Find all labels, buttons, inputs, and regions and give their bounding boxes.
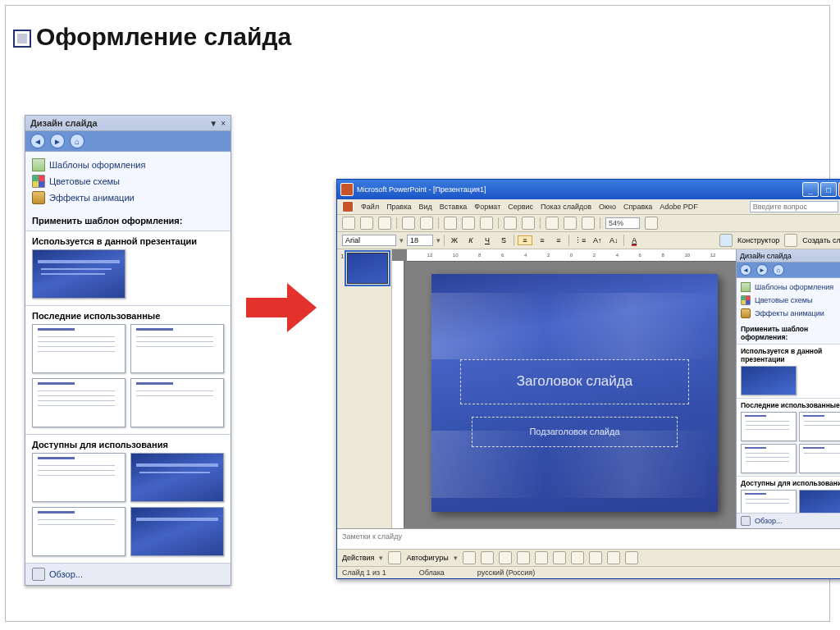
title-placeholder[interactable]: Заголовок слайда	[460, 359, 689, 404]
table-icon[interactable]	[564, 217, 577, 230]
link-templates-label: Шаблоны оформления	[49, 160, 145, 170]
open-icon[interactable]	[360, 217, 373, 230]
menu-tools[interactable]: Сервис	[508, 203, 533, 211]
tp-section-used: Используется в данной презентации	[741, 347, 840, 363]
increase-font-button[interactable]: A↑	[591, 236, 604, 244]
newslide-button[interactable]: Создать слайд	[802, 236, 840, 244]
nav-home-icon[interactable]: ⌂	[70, 134, 84, 148]
cut-icon[interactable]	[444, 217, 457, 230]
titlebar[interactable]: Microsoft PowerPoint - [Презентация1] _ …	[337, 180, 840, 199]
template-thumb[interactable]	[32, 507, 126, 556]
template-thumb[interactable]	[799, 444, 841, 473]
bullets-button[interactable]: ⋮≡	[573, 236, 587, 244]
nav-forward-icon[interactable]: ►	[50, 134, 65, 148]
shadow-button[interactable]: S	[497, 236, 510, 244]
apply-label: Применить шаблон оформления:	[25, 211, 231, 231]
tp-fwd-icon[interactable]: ►	[756, 264, 768, 276]
redo-icon[interactable]	[522, 217, 535, 230]
maximize-button[interactable]: □	[820, 182, 837, 197]
template-thumb[interactable]	[741, 444, 797, 473]
underline-button[interactable]: Ч	[481, 236, 494, 244]
link-effects[interactable]: Эффекты анимации	[32, 189, 224, 206]
template-thumb[interactable]	[130, 324, 224, 373]
arrow-icon[interactable]	[481, 551, 494, 564]
template-thumb[interactable]	[741, 366, 797, 395]
help-icon[interactable]	[645, 217, 658, 230]
linecolor-icon[interactable]	[607, 551, 620, 564]
minimize-button[interactable]: _	[802, 182, 819, 197]
save-icon[interactable]	[378, 217, 391, 230]
browse-link[interactable]: Обзор...	[25, 563, 231, 585]
menu-slideshow[interactable]: Показ слайдов	[541, 203, 591, 211]
fontsize-select[interactable]: 18	[407, 235, 433, 246]
decrease-font-button[interactable]: A↓	[607, 236, 620, 244]
notes-pane[interactable]: Заметки к слайду	[337, 528, 840, 549]
textbox-icon[interactable]	[535, 551, 548, 564]
zoom-select[interactable]: 54%	[605, 217, 640, 229]
clipart-icon[interactable]	[571, 551, 584, 564]
template-thumb[interactable]	[32, 453, 126, 502]
menu-file[interactable]: Файл	[361, 203, 379, 211]
fillcolor-icon[interactable]	[589, 551, 602, 564]
template-thumb[interactable]	[130, 453, 224, 502]
chart-icon[interactable]	[546, 217, 559, 230]
taskpane-close-icon[interactable]: ×	[221, 119, 226, 128]
menu-edit[interactable]: Правка	[386, 203, 411, 211]
tp-back-icon[interactable]: ◄	[740, 264, 751, 276]
align-center-button[interactable]: ≡	[536, 236, 549, 244]
template-thumb[interactable]	[32, 378, 126, 427]
align-left-button[interactable]: ≡	[518, 235, 532, 245]
browse-label: Обзор...	[49, 569, 83, 579]
menu-view[interactable]: Вид	[419, 203, 432, 211]
oval-icon[interactable]	[517, 551, 530, 564]
link-templates[interactable]: Шаблоны оформления	[32, 157, 224, 173]
menu-help[interactable]: Справка	[623, 203, 652, 211]
print-icon[interactable]	[402, 217, 415, 230]
template-thumb[interactable]	[32, 324, 126, 373]
actions-menu[interactable]: Действия	[342, 554, 374, 562]
designer-button[interactable]: Конструктор	[737, 236, 779, 244]
slide-number: 1	[340, 253, 344, 287]
hyperlink-icon[interactable]	[582, 217, 595, 230]
tp-link-templates[interactable]: Шаблоны оформления	[741, 281, 840, 294]
copy-icon[interactable]	[462, 217, 475, 230]
undo-icon[interactable]	[504, 217, 517, 230]
bold-button[interactable]: Ж	[448, 236, 461, 244]
template-thumb[interactable]	[799, 490, 841, 513]
template-thumb[interactable]	[741, 412, 797, 441]
menu-format[interactable]: Формат	[474, 203, 500, 211]
slide-canvas[interactable]: Заголовок слайда Подзаголовок слайда	[431, 274, 718, 512]
slide-thumbnail[interactable]	[347, 253, 388, 284]
line-icon[interactable]	[463, 551, 476, 564]
menu-insert[interactable]: Вставка	[440, 203, 467, 211]
taskpane-dropdown-icon[interactable]: ▼	[209, 119, 217, 128]
link-colors[interactable]: Цветовые схемы	[32, 173, 224, 189]
italic-button[interactable]: К	[464, 236, 477, 244]
preview-icon[interactable]	[420, 217, 433, 230]
wordart-icon[interactable]	[553, 551, 566, 564]
tp-home-icon[interactable]: ⌂	[773, 264, 784, 276]
template-thumb[interactable]	[799, 412, 841, 441]
menu-adobepdf[interactable]: Adobe PDF	[660, 203, 698, 211]
subtitle-placeholder[interactable]: Подзаголовок слайда	[472, 417, 678, 447]
templates-icon	[32, 158, 45, 171]
tp-link-effects[interactable]: Эффекты анимации	[741, 307, 840, 320]
new-icon[interactable]	[342, 217, 355, 230]
template-thumb[interactable]	[130, 378, 224, 427]
tp-browse-link[interactable]: Обзор...	[737, 513, 840, 528]
rect-icon[interactable]	[499, 551, 512, 564]
template-thumb[interactable]	[32, 249, 126, 299]
fontcolor-icon[interactable]	[625, 551, 638, 564]
fontcolor-button[interactable]: A	[628, 236, 641, 244]
menu-window[interactable]: Окно	[599, 203, 616, 211]
paste-icon[interactable]	[480, 217, 493, 230]
template-thumb[interactable]	[130, 507, 224, 556]
select-icon[interactable]	[388, 551, 401, 564]
tp-link-colors[interactable]: Цветовые схемы	[741, 294, 840, 307]
nav-back-icon[interactable]: ◄	[30, 134, 45, 148]
autoshapes-menu[interactable]: Автофигуры	[406, 554, 448, 562]
font-select[interactable]: Arial	[342, 235, 396, 246]
align-right-button[interactable]: ≡	[552, 236, 565, 244]
help-search-input[interactable]	[750, 201, 838, 212]
template-thumb[interactable]	[741, 490, 797, 513]
